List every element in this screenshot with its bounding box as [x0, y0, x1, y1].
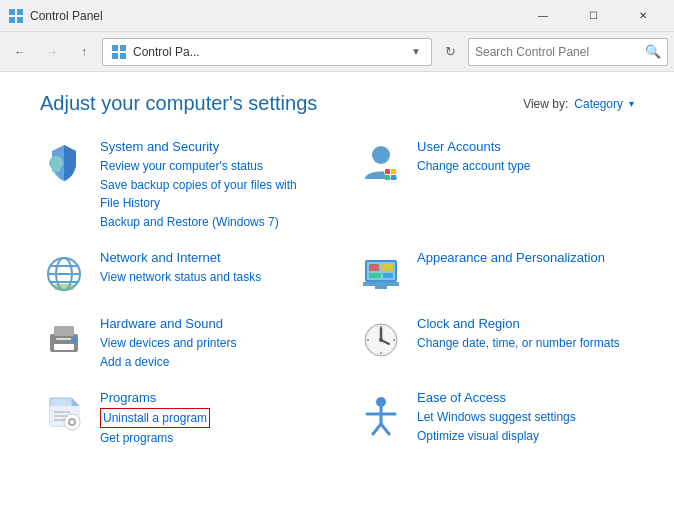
page-header: Adjust your computer's settings View by:… [40, 92, 634, 115]
system-security-icon [40, 139, 88, 187]
user-accounts-info: User Accounts Change account type [417, 139, 634, 176]
address-field: Control Pa... ▼ [102, 38, 432, 66]
close-button[interactable]: ✕ [620, 0, 666, 32]
programs-get-link[interactable]: Get programs [100, 429, 317, 447]
clock-region-item: Clock and Region Change date, time, or n… [357, 316, 634, 372]
up-button[interactable]: ↑ [70, 38, 98, 66]
svg-rect-21 [54, 284, 74, 290]
ease-access-link-2[interactable]: Optimize visual display [417, 427, 634, 445]
svg-line-58 [381, 424, 389, 434]
programs-uninstall-link[interactable]: Uninstall a program [100, 408, 210, 428]
control-grid: System and Security Review your computer… [40, 139, 634, 448]
window-controls: — ☐ ✕ [520, 0, 666, 32]
address-dropdown-chevron[interactable]: ▼ [409, 46, 423, 57]
svg-rect-31 [54, 326, 74, 336]
hardware-sound-title[interactable]: Hardware and Sound [100, 316, 317, 331]
refresh-button[interactable]: ↻ [436, 38, 464, 66]
svg-rect-13 [391, 169, 396, 174]
clock-region-link-1[interactable]: Change date, time, or number formats [417, 334, 634, 352]
clock-region-title[interactable]: Clock and Region [417, 316, 634, 331]
svg-line-57 [373, 424, 381, 434]
hardware-sound-link-1[interactable]: View devices and printers [100, 334, 317, 352]
maximize-button[interactable]: ☐ [570, 0, 616, 32]
back-button[interactable]: ← [6, 38, 34, 66]
ease-access-link-1[interactable]: Let Windows suggest settings [417, 408, 634, 426]
svg-rect-7 [120, 53, 126, 59]
system-security-info: System and Security Review your computer… [100, 139, 317, 232]
svg-point-50 [70, 420, 74, 424]
svg-rect-5 [120, 45, 126, 51]
page-title: Adjust your computer's settings [40, 92, 317, 115]
hardware-sound-info: Hardware and Sound View devices and prin… [100, 316, 317, 372]
ease-access-info: Ease of Access Let Windows suggest setti… [417, 390, 634, 446]
clock-region-icon [357, 316, 405, 364]
system-security-link-3[interactable]: Backup and Restore (Windows 7) [100, 213, 317, 231]
ease-access-item: Ease of Access Let Windows suggest setti… [357, 390, 634, 448]
svg-point-34 [71, 337, 77, 343]
appearance-icon [357, 250, 405, 298]
hardware-sound-icon [40, 316, 88, 364]
view-by-chevron[interactable]: ▾ [629, 98, 634, 109]
system-security-link-1[interactable]: Review your computer's status [100, 157, 317, 175]
svg-rect-32 [54, 344, 74, 350]
svg-rect-9 [52, 167, 60, 172]
svg-rect-14 [385, 175, 390, 180]
clock-region-info: Clock and Region Change date, time, or n… [417, 316, 634, 353]
svg-rect-24 [363, 282, 399, 286]
svg-rect-4 [112, 45, 118, 51]
svg-rect-26 [369, 264, 379, 271]
forward-button[interactable]: → [38, 38, 66, 66]
ease-access-icon [357, 390, 405, 438]
svg-rect-29 [383, 273, 393, 278]
appearance-title[interactable]: Appearance and Personalization [417, 250, 634, 265]
appearance-item: Appearance and Personalization [357, 250, 634, 298]
svg-rect-3 [17, 17, 23, 23]
main-content: Adjust your computer's settings View by:… [0, 72, 674, 468]
programs-title[interactable]: Programs [100, 390, 317, 405]
svg-rect-27 [381, 264, 393, 271]
network-internet-item: Network and Internet View network status… [40, 250, 317, 298]
appearance-info: Appearance and Personalization [417, 250, 634, 268]
svg-point-39 [379, 338, 383, 342]
address-text: Control Pa... [133, 45, 403, 59]
svg-rect-0 [9, 9, 15, 15]
address-icon [111, 44, 127, 60]
system-security-item: System and Security Review your computer… [40, 139, 317, 232]
minimize-button[interactable]: — [520, 0, 566, 32]
network-internet-info: Network and Internet View network status… [100, 250, 317, 287]
svg-rect-6 [112, 53, 118, 59]
svg-rect-1 [17, 9, 23, 15]
hardware-sound-item: Hardware and Sound View devices and prin… [40, 316, 317, 372]
svg-point-10 [372, 146, 390, 164]
svg-rect-28 [369, 273, 381, 278]
hardware-sound-link-2[interactable]: Add a device [100, 353, 317, 371]
user-accounts-item: User Accounts Change account type [357, 139, 634, 232]
view-by-label: View by: [523, 97, 568, 111]
system-security-link-2[interactable]: Save backup copies of your files with Fi… [100, 176, 317, 212]
title-bar: Control Panel — ☐ ✕ [0, 0, 674, 32]
network-internet-link-1[interactable]: View network status and tasks [100, 268, 317, 286]
address-bar: ← → ↑ Control Pa... ▼ ↻ 🔍 [0, 32, 674, 72]
ease-access-title[interactable]: Ease of Access [417, 390, 634, 405]
programs-info: Programs Uninstall a program Get program… [100, 390, 317, 448]
programs-item: Programs Uninstall a program Get program… [40, 390, 317, 448]
search-input[interactable] [475, 45, 645, 59]
svg-rect-15 [391, 175, 396, 180]
user-accounts-link-1[interactable]: Change account type [417, 157, 634, 175]
network-internet-title[interactable]: Network and Internet [100, 250, 317, 265]
programs-icon [40, 390, 88, 438]
search-box[interactable]: 🔍 [468, 38, 668, 66]
search-icon[interactable]: 🔍 [645, 44, 661, 59]
svg-marker-45 [72, 398, 80, 406]
window-title: Control Panel [30, 9, 520, 23]
svg-rect-25 [375, 286, 387, 289]
svg-rect-33 [56, 338, 72, 340]
system-security-title[interactable]: System and Security [100, 139, 317, 154]
user-accounts-title[interactable]: User Accounts [417, 139, 634, 154]
window-icon [8, 8, 24, 24]
view-by: View by: Category ▾ [523, 97, 634, 111]
svg-rect-2 [9, 17, 15, 23]
user-accounts-icon [357, 139, 405, 187]
view-by-value[interactable]: Category [574, 97, 623, 111]
network-internet-icon [40, 250, 88, 298]
